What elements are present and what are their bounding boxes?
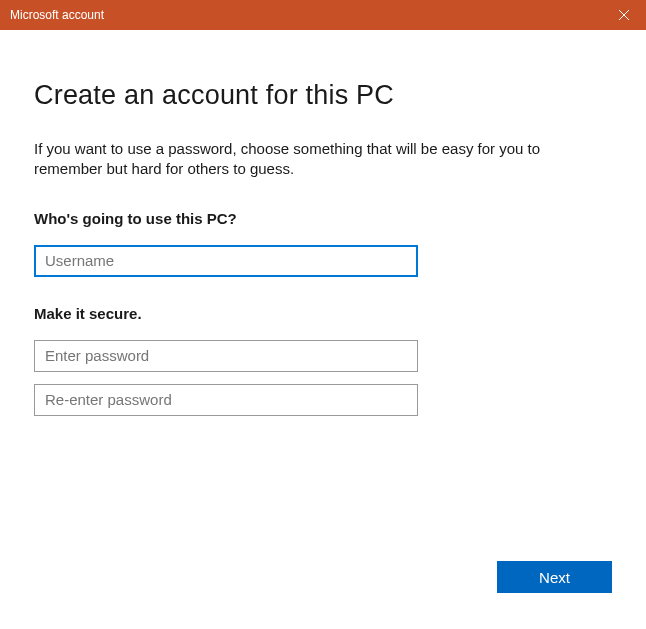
footer: Next bbox=[497, 561, 612, 593]
password-label: Make it secure. bbox=[34, 305, 612, 322]
username-input[interactable] bbox=[34, 245, 418, 277]
content-area: Create an account for this PC If you wan… bbox=[0, 30, 646, 416]
page-title: Create an account for this PC bbox=[34, 80, 612, 111]
username-section: Who's going to use this PC? bbox=[34, 210, 612, 277]
username-label: Who's going to use this PC? bbox=[34, 210, 612, 227]
titlebar: Microsoft account bbox=[0, 0, 646, 30]
confirm-password-input[interactable] bbox=[34, 384, 418, 416]
page-description: If you want to use a password, choose so… bbox=[34, 139, 612, 180]
password-section: Make it secure. bbox=[34, 305, 612, 416]
titlebar-title: Microsoft account bbox=[10, 8, 104, 22]
close-button[interactable] bbox=[601, 0, 646, 30]
next-button[interactable]: Next bbox=[497, 561, 612, 593]
password-input[interactable] bbox=[34, 340, 418, 372]
close-icon bbox=[619, 10, 629, 20]
